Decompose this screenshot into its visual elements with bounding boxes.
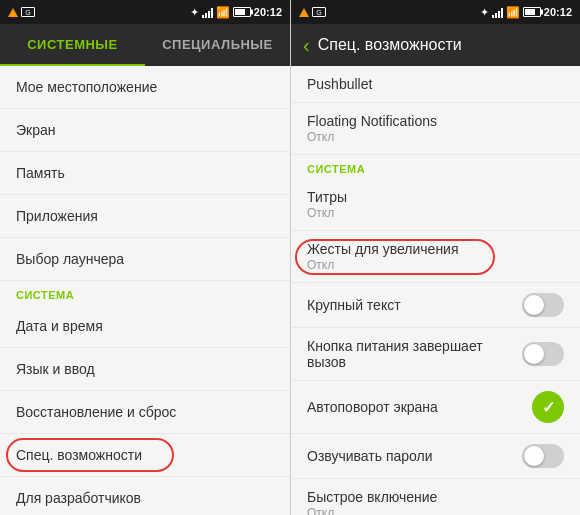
menu-item-apps[interactable]: Приложения bbox=[0, 195, 290, 238]
right-bluetooth-icon: ✦ bbox=[480, 6, 489, 19]
menu-item-captions[interactable]: Титры Откл bbox=[291, 179, 580, 231]
right-sim-icon: G bbox=[312, 7, 326, 17]
right-menu-list: Pushbullet Floating Notifications Откл С… bbox=[291, 66, 580, 515]
left-panel: G ✦ 📶 20:12 СИСТЕМНЫЕ СПЕЦИАЛЬНЫЕ bbox=[0, 0, 290, 515]
menu-item-quick-launch[interactable]: Быстрое включение Откл bbox=[291, 479, 580, 515]
menu-item-language[interactable]: Язык и ввод bbox=[0, 348, 290, 391]
right-signal-icon bbox=[492, 6, 503, 18]
back-button[interactable]: ‹ bbox=[303, 34, 310, 57]
battery-icon bbox=[233, 7, 251, 17]
menu-item-gestures[interactable]: Жесты для увеличения Откл bbox=[291, 231, 580, 283]
time-display: 20:12 bbox=[254, 6, 282, 18]
menu-item-location[interactable]: Мое местоположение bbox=[0, 66, 290, 109]
bluetooth-icon: ✦ bbox=[190, 6, 199, 19]
menu-item-screen[interactable]: Экран bbox=[0, 109, 290, 152]
right-battery-icon bbox=[523, 7, 541, 17]
signal-icon bbox=[202, 6, 213, 18]
right-time-display: 20:12 bbox=[544, 6, 572, 18]
menu-item-developer[interactable]: Для разработчиков bbox=[0, 477, 290, 515]
left-status-left: G bbox=[8, 7, 35, 17]
left-status-right: ✦ 📶 20:12 bbox=[190, 6, 282, 19]
left-status-bar: G ✦ 📶 20:12 bbox=[0, 0, 290, 24]
menu-item-pushbullet[interactable]: Pushbullet bbox=[291, 66, 580, 103]
menu-item-large-text[interactable]: Крупный текст bbox=[291, 283, 580, 328]
menu-item-floating[interactable]: Floating Notifications Откл bbox=[291, 103, 580, 155]
toggle-large-text[interactable] bbox=[522, 293, 564, 317]
menu-item-power-btn[interactable]: Кнопка питания завершает вызов bbox=[291, 328, 580, 381]
tab-system[interactable]: СИСТЕМНЫЕ bbox=[0, 24, 145, 66]
section-label-system: СИСТЕМА bbox=[0, 281, 290, 305]
right-alert-icon bbox=[299, 8, 309, 17]
right-section-label-system: СИСТЕМА bbox=[291, 155, 580, 179]
left-menu-list: Мое местоположение Экран Память Приложен… bbox=[0, 66, 290, 515]
sim-icon: G bbox=[21, 7, 35, 17]
toggle-autorotate[interactable] bbox=[532, 391, 564, 423]
right-header: ‹ Спец. возможности bbox=[291, 24, 580, 66]
menu-item-launcher[interactable]: Выбор лаунчера bbox=[0, 238, 290, 281]
wifi-icon: 📶 bbox=[216, 6, 230, 19]
right-panel: G ✦ 📶 20:12 ‹ Спец. возможности Pushbull… bbox=[290, 0, 580, 515]
menu-item-speak-pass[interactable]: Озвучивать пароли bbox=[291, 434, 580, 479]
right-wifi-icon: 📶 bbox=[506, 6, 520, 19]
header-title: Спец. возможности bbox=[318, 36, 462, 54]
tab-special[interactable]: СПЕЦИАЛЬНЫЕ bbox=[145, 24, 290, 66]
right-status-right: ✦ 📶 20:12 bbox=[480, 6, 572, 19]
tabs-row: СИСТЕМНЫЕ СПЕЦИАЛЬНЫЕ bbox=[0, 24, 290, 66]
menu-item-restore[interactable]: Восстановление и сброс bbox=[0, 391, 290, 434]
right-status-bar: G ✦ 📶 20:12 bbox=[291, 0, 580, 24]
toggle-power-btn[interactable] bbox=[522, 342, 564, 366]
menu-item-autorotate[interactable]: Автоповорот экрана bbox=[291, 381, 580, 434]
alert-icon bbox=[8, 8, 18, 17]
toggle-speak-pass[interactable] bbox=[522, 444, 564, 468]
menu-item-memory[interactable]: Память bbox=[0, 152, 290, 195]
menu-item-accessibility[interactable]: Спец. возможности bbox=[0, 434, 290, 477]
menu-item-datetime[interactable]: Дата и время bbox=[0, 305, 290, 348]
right-status-left: G bbox=[299, 7, 326, 17]
